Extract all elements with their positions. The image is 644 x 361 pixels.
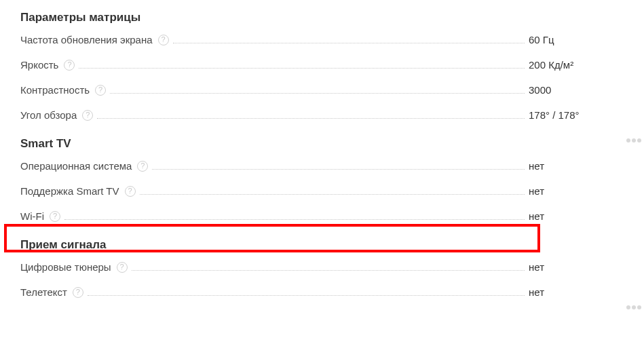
spec-label: Телетекст [20, 285, 67, 299]
spec-row: Угол обзора ? 178° / 178° [20, 108, 624, 122]
spec-label: Яркость [20, 58, 58, 72]
spec-value: 178° / 178° [529, 108, 624, 122]
spec-label: Wi-Fi [20, 209, 44, 223]
spec-row: Операционная система ? нет [20, 159, 624, 173]
help-icon[interactable]: ? [64, 60, 75, 71]
spec-row-wifi: Wi-Fi ? нет [20, 209, 624, 223]
spec-label: Поддержка Smart TV [20, 184, 119, 198]
ellipsis-icon [626, 138, 641, 142]
spec-row: Контрастность ? 3000 [20, 83, 624, 97]
spec-label: Контрастность [20, 83, 90, 97]
dotted-leader [97, 117, 525, 119]
spec-value: 200 Кд/м² [529, 58, 624, 72]
dotted-leader [140, 193, 525, 195]
spec-content: Параметры матрицы Частота обновления экр… [0, 0, 644, 299]
spec-value: 60 Гц [529, 33, 624, 47]
spec-value: нет [529, 184, 624, 198]
dotted-leader [88, 294, 525, 296]
dotted-leader [132, 269, 525, 271]
spec-value: нет [529, 209, 624, 223]
spec-value: нет [529, 260, 624, 274]
section-title-smarttv: Smart TV [20, 137, 624, 151]
spec-value: нет [529, 159, 624, 173]
dotted-leader [110, 92, 525, 94]
help-icon[interactable]: ? [50, 211, 60, 222]
dotted-leader [79, 67, 525, 69]
spec-row: Цифровые тюнеры ? нет [20, 260, 624, 274]
help-icon[interactable]: ? [117, 262, 128, 273]
spec-row: Телетекст ? нет [20, 285, 624, 299]
section-title-signal: Прием сигнала [20, 238, 624, 252]
spec-label: Цифровые тюнеры [20, 260, 111, 274]
spec-label: Операционная система [20, 159, 132, 173]
dotted-leader [64, 218, 525, 220]
spec-value: нет [529, 285, 624, 299]
dotted-leader [173, 42, 525, 43]
section-title-matrix: Параметры матрицы [20, 11, 624, 24]
dotted-leader [152, 168, 525, 170]
spec-label: Угол обзора [20, 108, 77, 122]
help-icon[interactable]: ? [137, 161, 148, 172]
spec-label: Частота обновления экрана [20, 33, 153, 47]
help-icon[interactable]: ? [82, 110, 93, 121]
spec-row: Поддержка Smart TV ? нет [20, 184, 624, 198]
help-icon[interactable]: ? [125, 186, 136, 197]
help-icon[interactable]: ? [73, 287, 83, 298]
help-icon[interactable]: ? [95, 85, 106, 96]
ellipsis-icon [626, 305, 641, 309]
help-icon[interactable]: ? [158, 35, 169, 45]
spec-row: Частота обновления экрана ? 60 Гц [20, 33, 624, 47]
spec-row: Яркость ? 200 Кд/м² [20, 58, 624, 72]
spec-value: 3000 [529, 83, 624, 97]
